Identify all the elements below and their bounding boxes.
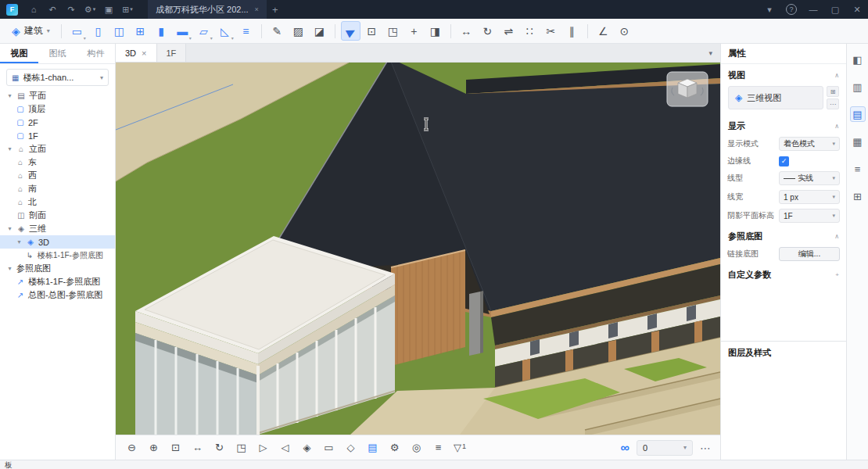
view-menu-button[interactable]: ≡ [432, 442, 445, 453]
view-type-button[interactable]: ◈ 三维视图 [728, 86, 823, 109]
document-tab[interactable]: 成都万科抚华小区 202... × [148, 0, 267, 19]
close-icon[interactable]: × [142, 48, 146, 58]
edit-underlay-button[interactable]: 编辑... [779, 247, 840, 261]
help-button[interactable]: ? [780, 0, 802, 19]
collapse-icon[interactable]: ∧ [834, 72, 839, 79]
tab-list-dropdown[interactable]: ▾ [701, 49, 720, 57]
stair-tool[interactable]: ≡ [236, 21, 256, 41]
view-tab-3d[interactable]: 3D × [116, 44, 157, 62]
views-icon[interactable]: ▥ [850, 79, 866, 95]
zoom-window-button[interactable]: ◳ [235, 442, 248, 453]
section-display[interactable]: 显示 ∧ [721, 115, 846, 134]
tree-item-underlay-1f[interactable]: ↗楼栋1-1F-参照底图 [0, 275, 115, 288]
wall-tool[interactable]: ▭▾ [67, 21, 87, 41]
more-options-button[interactable]: ⋯ [700, 442, 711, 454]
shadow-plane-level-select[interactable]: 1F ▾ [779, 209, 840, 223]
components-icon[interactable]: ▦ [850, 134, 866, 149]
camera-tool[interactable]: ⊙ [615, 21, 634, 41]
section-underlay[interactable]: 参照底图 ∧ [721, 225, 846, 245]
rotate-tool[interactable]: ↻ [478, 21, 497, 41]
view-switch-button[interactable]: ⊞ [827, 86, 839, 97]
tab-sheets[interactable]: 图纸 [38, 44, 77, 63]
tree-item-east[interactable]: ⌂东 [0, 156, 115, 169]
measure-tool[interactable]: ∠ [594, 21, 613, 41]
tree-item-west[interactable]: ⌂西 [0, 169, 115, 182]
new-tab-button[interactable]: + [267, 4, 284, 16]
tab-views[interactable]: 视图 [0, 44, 38, 63]
tree-group-3d[interactable]: ▾◈三维 [0, 222, 115, 235]
slab-tool[interactable]: ▱▾ [194, 21, 213, 41]
tree-item-north[interactable]: ⌂北 [0, 195, 115, 209]
tree-item-1f[interactable]: ▢1F [0, 129, 115, 142]
3d-canvas[interactable] [116, 63, 720, 435]
array-tool[interactable]: ∷ [520, 21, 540, 41]
section-layers-styles[interactable]: 图层及样式 [721, 342, 846, 361]
pan-button[interactable]: ↔ [191, 442, 204, 453]
clip-tool[interactable]: ◪ [310, 21, 329, 41]
door-tool[interactable]: ◫ [109, 21, 129, 41]
tree-item-2f[interactable]: ▢2F [0, 116, 115, 129]
tree-group-plans[interactable]: ▾▤平面 [0, 89, 115, 102]
move-tool[interactable]: ↔ [457, 21, 476, 41]
home-button[interactable]: ⌂ [24, 0, 43, 19]
redo-button[interactable]: ↷ [62, 0, 81, 19]
project-selector[interactable]: ▦ 楼栋1-chan... ▾ [6, 69, 109, 86]
previous-view-button[interactable]: ◁ [278, 442, 292, 453]
panels-icon[interactable]: ◧ [850, 52, 866, 67]
display-settings-button[interactable]: ⚙ [388, 442, 401, 453]
collapse-icon[interactable]: ∧ [834, 233, 839, 240]
view-tab-1f[interactable]: 1F [157, 44, 187, 62]
mirror-tool[interactable]: ⇌ [499, 21, 518, 41]
filter-button[interactable]: ▽ 1 [454, 442, 466, 453]
category-selector[interactable]: ◈ 建筑 ▾ [6, 23, 56, 39]
collapse-icon[interactable]: ∧ [834, 123, 839, 130]
zoom-in-button[interactable]: ⊕ [147, 442, 160, 453]
maximize-button[interactable]: ▢ [824, 0, 846, 19]
hatch-tool[interactable]: ▨ [289, 21, 308, 41]
tree-item-underlay-site[interactable]: ↗总图-总图-参照底图 [0, 288, 115, 302]
level-spinner[interactable]: 0 ▾ [637, 440, 693, 456]
render-mode-toggle[interactable]: ∞ [621, 441, 629, 455]
zoom-fit-button[interactable]: ⊡ [169, 442, 182, 453]
full-screen-button[interactable]: ▭ [322, 442, 335, 453]
pen-tool[interactable]: ✎ [267, 21, 287, 41]
close-icon[interactable]: × [255, 5, 259, 13]
fly-through-button[interactable]: ▷ [256, 442, 270, 453]
zoom-region-tool[interactable]: ◳ [383, 21, 403, 41]
offset-tool[interactable]: ∥ [562, 21, 582, 41]
beam-tool[interactable]: ▬▾ [173, 21, 192, 41]
locate-button[interactable]: ◎ [410, 442, 423, 453]
frame-select-tool[interactable]: ⊡ [362, 21, 382, 41]
3d-scene[interactable] [116, 63, 720, 435]
add-icon[interactable]: + [835, 271, 839, 278]
tree-item-south[interactable]: ⌂南 [0, 182, 115, 195]
section-view[interactable]: 视图 ∧ [721, 64, 846, 84]
zoom-out-button[interactable]: ⊖ [125, 442, 138, 453]
pan-tool[interactable]: + [404, 21, 424, 41]
materials-icon[interactable]: ⊞ [850, 188, 866, 204]
view-cube-gizmo[interactable] [667, 72, 708, 106]
roof-tool[interactable]: ◺▾ [215, 21, 235, 41]
tree-item-underlay-ref[interactable]: ↳楼栋1-1F-参照底图 [0, 249, 115, 262]
caret-down-icon[interactable]: ▾ [16, 238, 23, 245]
tree-group-sections[interactable]: ◫剖面 [0, 209, 115, 222]
orbit-button[interactable]: ↻ [213, 442, 226, 453]
caret-down-icon[interactable]: ▾ [6, 92, 13, 99]
trim-tool[interactable]: ✂ [541, 21, 561, 41]
settings-button[interactable]: ⚙▾ [81, 0, 99, 19]
edge-lines-checkbox[interactable]: ✓ [779, 156, 789, 166]
caret-down-icon[interactable]: ▾ [6, 145, 13, 152]
tree-item-top-floor[interactable]: ▢顶层 [0, 102, 115, 116]
line-type-select[interactable]: 实线 ▾ [779, 171, 840, 185]
minimize-button[interactable]: — [802, 0, 824, 19]
line-width-select[interactable]: 1 px ▾ [779, 190, 840, 204]
select-tool[interactable]: ▶ [341, 21, 360, 41]
lock-view-button[interactable]: ◈ [300, 442, 314, 453]
tree-group-elevations[interactable]: ▾⌂立面 [0, 142, 115, 156]
view-more-button[interactable]: ⋯ [827, 98, 839, 109]
collapse-toolbar-button[interactable]: ▾ [759, 0, 780, 19]
tab-components[interactable]: 构件 [77, 44, 115, 63]
column-tool[interactable]: ▮ [152, 21, 171, 41]
undo-button[interactable]: ↶ [43, 0, 62, 19]
save-button[interactable]: ▣ [99, 0, 118, 19]
